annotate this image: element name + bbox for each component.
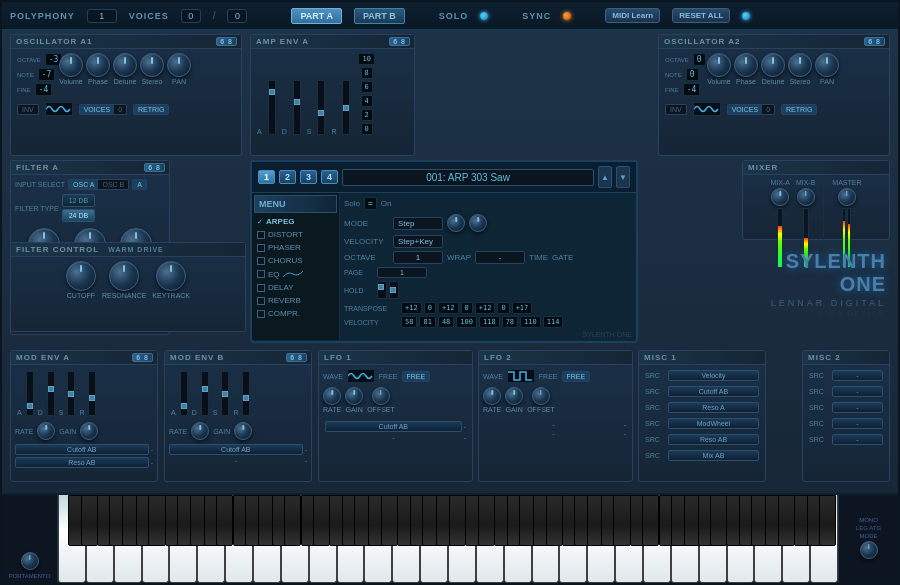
wave-display-a2[interactable]	[693, 102, 721, 116]
mod-a-gain-knob[interactable]	[80, 422, 98, 440]
phase-knob-a2[interactable]: Phase	[734, 53, 758, 85]
filter-ctrl-cutoff-knob[interactable]: CUTOFF	[66, 261, 96, 299]
amp-sustain-slider[interactable]	[317, 80, 325, 135]
volume-knob-a2[interactable]: Volume	[707, 53, 731, 85]
compr-menu-item[interactable]: COMPR.	[254, 307, 337, 320]
black-key[interactable]	[778, 495, 795, 546]
misc1-dest-1[interactable]: Cutoff AB	[668, 386, 759, 397]
wrap-value[interactable]: -	[475, 251, 525, 264]
wave-display-a1[interactable]	[45, 102, 73, 116]
mod-a-rate-knob[interactable]	[37, 422, 55, 440]
patch-name-display[interactable]: 001: ARP 303 Saw	[342, 169, 594, 186]
lfo2-offset-knob[interactable]: OFFSET	[527, 387, 555, 413]
mode-value[interactable]: Step	[393, 217, 443, 230]
mix-a-knob[interactable]	[771, 188, 789, 206]
black-key[interactable]	[710, 495, 727, 546]
mod-b-attack[interactable]	[180, 371, 188, 416]
fine-value-a1[interactable]: -4	[35, 83, 53, 96]
mod-a-decay[interactable]	[47, 371, 55, 416]
velocity-row-val-2[interactable]: 81	[419, 316, 435, 328]
velocity-row-val-8[interactable]: 114	[543, 316, 564, 328]
mod-a-attack[interactable]	[26, 371, 34, 416]
transpose-val-7[interactable]: +17	[512, 302, 533, 314]
lfo1-gain-knob[interactable]: GAIN	[345, 387, 363, 413]
fine-value-a2[interactable]: -4	[683, 83, 701, 96]
velocity-value[interactable]: Step+Key	[393, 235, 443, 248]
octave-value-a2[interactable]: 0	[693, 53, 706, 66]
patch-up-arrow[interactable]: ▲	[598, 166, 612, 188]
lfo2-free-toggle[interactable]: FREE	[562, 371, 591, 382]
menu-button[interactable]: MENU	[254, 195, 337, 213]
volume-knob-a1[interactable]: Volume	[59, 53, 83, 85]
phase-knob-a1[interactable]: Phase	[86, 53, 110, 85]
page-4-button[interactable]: 4	[321, 170, 338, 184]
mod-a-release[interactable]	[88, 371, 96, 416]
transpose-val-1[interactable]: +12	[401, 302, 422, 314]
inv-toggle-a1[interactable]: INV	[17, 104, 39, 115]
lfo2-rate-knob[interactable]: RATE	[483, 387, 501, 413]
patch-down-arrow[interactable]: ▼	[616, 166, 630, 188]
misc2-dest-1[interactable]: -	[832, 386, 883, 397]
misc2-dest-3[interactable]: -	[832, 418, 883, 429]
mod-b-rate-knob[interactable]	[191, 422, 209, 440]
page-3-button[interactable]: 3	[300, 170, 317, 184]
voices-toggle-a2[interactable]: VOICES 0	[727, 104, 775, 115]
input-select-toggle[interactable]: OSC A OSC B	[68, 179, 129, 190]
part-b-button[interactable]: PART B	[354, 8, 405, 24]
velocity-row-val-4[interactable]: 100	[456, 316, 477, 328]
mod-b-release[interactable]	[242, 371, 250, 416]
black-key[interactable]	[313, 495, 330, 546]
pan-knob-a2[interactable]: PAN	[815, 53, 839, 85]
arpeg-knob-2[interactable]	[469, 214, 487, 232]
misc1-dest-5[interactable]: Mix AB	[668, 450, 759, 461]
solo-led[interactable]	[480, 12, 488, 20]
black-key[interactable]	[613, 495, 630, 546]
black-key[interactable]	[642, 495, 659, 546]
midi-learn-button[interactable]: MIDI Learn	[605, 8, 660, 23]
lfo2-gain-knob[interactable]: GAIN	[505, 387, 523, 413]
misc1-dest-0[interactable]: Velocity	[668, 370, 759, 381]
transpose-val-6[interactable]: 0	[497, 302, 509, 314]
lfo1-dest1[interactable]: Cutoff AB	[325, 421, 462, 432]
hold-slider-2[interactable]	[389, 281, 399, 299]
mod-b-dest1[interactable]: Cutoff AB	[169, 444, 303, 455]
velocity-row-val-7[interactable]: 110	[520, 316, 541, 328]
transpose-val-2[interactable]: 0	[424, 302, 436, 314]
db12-button[interactable]: 12 DB	[62, 194, 95, 207]
lfo1-wave-display[interactable]	[347, 369, 375, 383]
black-key[interactable]	[148, 495, 165, 546]
mod-a-dest1[interactable]: Cutoff AB	[15, 444, 149, 455]
osc-b-select[interactable]: OSC B	[98, 180, 128, 189]
polyphony-display[interactable]: 1	[87, 9, 117, 23]
black-key[interactable]	[449, 495, 466, 546]
velocity-row-val-5[interactable]: 118	[479, 316, 500, 328]
misc2-dest-2[interactable]: -	[832, 402, 883, 413]
phaser-menu-item[interactable]: PHASER	[254, 241, 337, 254]
reset-all-button[interactable]: RESET ALL	[672, 8, 730, 23]
amp-release-slider[interactable]	[342, 80, 350, 135]
note-value-a1[interactable]: -7	[38, 68, 56, 81]
octave-disp-value[interactable]: 1	[393, 251, 443, 264]
amp-decay-slider[interactable]	[293, 80, 301, 135]
hold-slider-1[interactable]	[377, 281, 387, 299]
mod-b-gain-knob[interactable]	[234, 422, 252, 440]
page-2-button[interactable]: 2	[279, 170, 296, 184]
sync-led[interactable]	[563, 12, 571, 20]
delay-menu-item[interactable]: DELAY	[254, 281, 337, 294]
filter-ctrl-resonance-knob[interactable]: RESONANCE	[102, 261, 146, 299]
mod-a-sustain[interactable]	[67, 371, 75, 416]
inv-toggle-a2[interactable]: INV	[665, 104, 687, 115]
misc2-dest-0[interactable]: -	[832, 370, 883, 381]
detune-knob-a1[interactable]: Detune	[113, 53, 137, 85]
chorus-menu-item[interactable]: CHORUS	[254, 254, 337, 267]
page-1-button[interactable]: 1	[258, 170, 275, 184]
voices-toggle-a1[interactable]: VOICES 0	[79, 104, 127, 115]
black-key[interactable]	[478, 495, 495, 546]
stereo-knob-a2[interactable]: Stereo	[788, 53, 812, 85]
filter-ctrl-keytrack-knob[interactable]: KEYTRACK	[152, 261, 190, 299]
mod-a-dest2[interactable]: Reso AB	[15, 457, 149, 468]
lfo1-free-toggle[interactable]: FREE	[402, 371, 431, 382]
db24-button[interactable]: 24 DB	[62, 209, 95, 222]
lfo1-offset-knob[interactable]: OFFSET	[367, 387, 395, 413]
eq-menu-item[interactable]: EQ	[254, 267, 337, 281]
